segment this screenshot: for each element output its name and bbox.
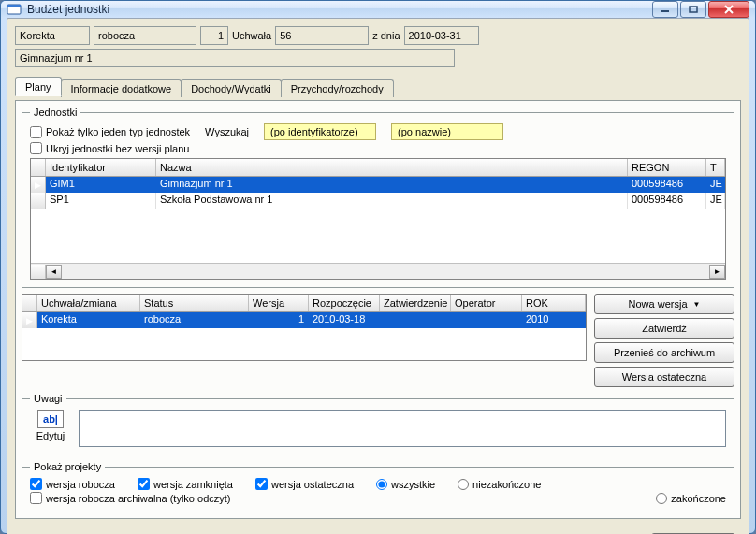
scroll-left-icon[interactable]: ◄: [46, 265, 62, 279]
cell-regon: 000598486: [628, 193, 706, 209]
tab-plany[interactable]: Plany: [15, 77, 62, 96]
maximize-button[interactable]: [680, 1, 706, 18]
legend-jednostki: Jednostki: [30, 107, 80, 118]
tab-dochody-wydatki[interactable]: Dochody/Wydatki: [181, 79, 282, 97]
app-icon: [7, 2, 22, 17]
label-wyszukaj: Wyszukaj: [205, 126, 249, 137]
field-korekta: Korekta: [15, 26, 90, 45]
checkbox-ukryj-label: Ukryj jednostki bez wersji planu: [46, 143, 189, 154]
button-wersja-ostateczna[interactable]: Wersja ostateczna: [594, 367, 734, 387]
radio-wszystkie[interactable]: wszystkie: [376, 479, 435, 490]
cell-status: robocza: [140, 312, 249, 328]
cell-oper: [451, 312, 522, 328]
fieldset-jednostki: Jednostki Pokaż tylko jeden typ jednoste…: [22, 107, 734, 288]
field-jednostka: Gimnazjum nr 1: [15, 49, 455, 67]
col-wersja[interactable]: Wersja: [249, 295, 309, 311]
checkbox-wersja-ostateczna[interactable]: wersja ostateczna: [255, 478, 354, 490]
col-nazwa[interactable]: Nazwa: [156, 159, 628, 176]
button-zatwierdz[interactable]: Zatwierdź: [594, 318, 734, 339]
legend-uwagi: Uwagi: [30, 393, 66, 404]
svg-rect-3: [690, 7, 697, 12]
tabstrip: Plany Informacje dodatkowe Dochody/Wydat…: [15, 77, 741, 96]
button-edytuj-label: Edytuj: [36, 430, 65, 441]
field-status: robocza: [94, 26, 196, 45]
minimize-button[interactable]: [652, 1, 678, 18]
label-zdnia: z dnia: [372, 30, 400, 41]
cell-nazwa: Gimnazjum nr 1: [156, 177, 628, 193]
col-status[interactable]: Status: [140, 295, 249, 311]
cell-id: SP1: [46, 193, 156, 209]
cell-rok: 2010: [522, 312, 586, 328]
cell-wersja: 1: [249, 312, 309, 328]
checkbox-jeden-typ[interactable]: Pokaż tylko jeden typ jednostek: [30, 126, 190, 138]
legend-projekty: Pokaż projekty: [30, 461, 105, 472]
button-przenies-archiwum[interactable]: Przenieś do archiwum: [594, 342, 734, 363]
radio-zakonczone[interactable]: zakończone: [656, 493, 726, 504]
table-row[interactable]: SP1 Szkoła Podstawowa nr 1 000598486 JE: [31, 193, 725, 209]
tab-przychody-rozchody[interactable]: Przychody/rozchody: [281, 79, 394, 97]
cell-typ: JE: [706, 177, 725, 193]
checkbox-ukryj-input[interactable]: [30, 142, 42, 154]
window-title: Budżet jednostki: [27, 3, 652, 16]
checkbox-wersja-archiwalna[interactable]: wersja robocza archiwalna (tylko odczyt): [30, 492, 230, 504]
grid-jednostki[interactable]: Identyfikator Nazwa REGON T ▶ GIM1 Gimna…: [30, 158, 726, 280]
titlebar[interactable]: Budżet jednostki: [1, 1, 755, 18]
cell-regon: 000598486: [628, 177, 706, 193]
table-row[interactable]: ▶ GIM1 Gimnazjum nr 1 000598486 JE: [31, 177, 725, 193]
client-area: Korekta robocza 1 Uchwała 56 z dnia 2010…: [7, 18, 749, 534]
col-regon[interactable]: REGON: [628, 159, 706, 176]
checkbox-ukryj[interactable]: Ukryj jednostki bez wersji planu: [30, 142, 189, 154]
chevron-down-icon: ▼: [693, 300, 701, 309]
search-by-name[interactable]: (po nazwie): [391, 123, 503, 140]
close-window-button[interactable]: [708, 1, 749, 18]
textarea-uwagi[interactable]: [79, 410, 726, 447]
fieldset-projekty: Pokaż projekty wersja robocza wersja zam…: [22, 461, 734, 512]
checkbox-wersja-zamknieta[interactable]: wersja zamknięta: [138, 478, 233, 490]
checkbox-wersja-robocza[interactable]: wersja robocza: [30, 478, 115, 490]
cell-typ: JE: [706, 193, 725, 209]
footer-bar: Zadania tylko dla wybranej jednoski Zamk…: [15, 527, 741, 534]
window-frame: Budżet jednostki Korekta robocza 1 Uchwa…: [0, 0, 756, 534]
fieldset-uwagi: Uwagi ab| Edytuj: [22, 393, 734, 455]
button-edytuj-uwagi[interactable]: ab| Edytuj: [30, 410, 71, 447]
checkbox-jeden-typ-input[interactable]: [30, 126, 42, 138]
col-uchwala-zmiana[interactable]: Uchwała/zmiana: [37, 295, 140, 311]
grid-wersje[interactable]: Uchwała/zmiana Status Wersja Rozpoczęcie…: [22, 294, 587, 361]
checkbox-jeden-typ-label: Pokaż tylko jeden typ jednostek: [46, 126, 190, 137]
col-typ[interactable]: T: [706, 159, 725, 176]
label-uchwala: Uchwała: [232, 30, 271, 41]
col-operator[interactable]: Operator: [451, 295, 522, 311]
row-marker-icon: [31, 193, 46, 209]
table-row[interactable]: ▶ Korekta robocza 1 2010-03-18 2010: [22, 312, 586, 328]
col-rozpoczecie[interactable]: Rozpoczęcie: [309, 295, 380, 311]
edit-text-icon: ab|: [37, 410, 64, 428]
radio-niezakonczone[interactable]: niezakończone: [458, 479, 541, 490]
col-zatwierdzenie[interactable]: Zatwierdzenie: [380, 295, 451, 311]
field-wersja: 1: [200, 26, 228, 45]
field-zdnia-date: 2010-03-31: [404, 26, 479, 45]
row-marker-icon: ▶: [22, 312, 37, 328]
cell-rozp: 2010-03-18: [309, 312, 380, 328]
col-identyfikator[interactable]: Identyfikator: [46, 159, 156, 176]
search-by-id[interactable]: (po identyfikatorze): [264, 123, 376, 140]
col-rok[interactable]: ROK: [522, 295, 586, 311]
button-nowa-wersja[interactable]: Nowa wersja ▼: [594, 294, 734, 314]
svg-rect-1: [7, 5, 21, 7]
row-marker-icon: ▶: [31, 177, 46, 193]
scroll-right-icon[interactable]: ►: [709, 265, 725, 279]
scrollbar-horizontal[interactable]: ◄ ►: [31, 263, 725, 279]
cell-nazwa: Szkoła Podstawowa nr 1: [156, 193, 628, 209]
field-uchwala-num: 56: [275, 26, 369, 45]
cell-id: GIM1: [46, 177, 156, 193]
button-nowa-wersja-label: Nowa wersja: [629, 298, 688, 310]
tabpage-plany: Jednostki Pokaż tylko jeden typ jednoste…: [15, 100, 741, 519]
tab-info[interactable]: Informacje dodatkowe: [61, 79, 182, 97]
cell-uz: Korekta: [37, 312, 140, 328]
cell-zatw: [380, 312, 451, 328]
